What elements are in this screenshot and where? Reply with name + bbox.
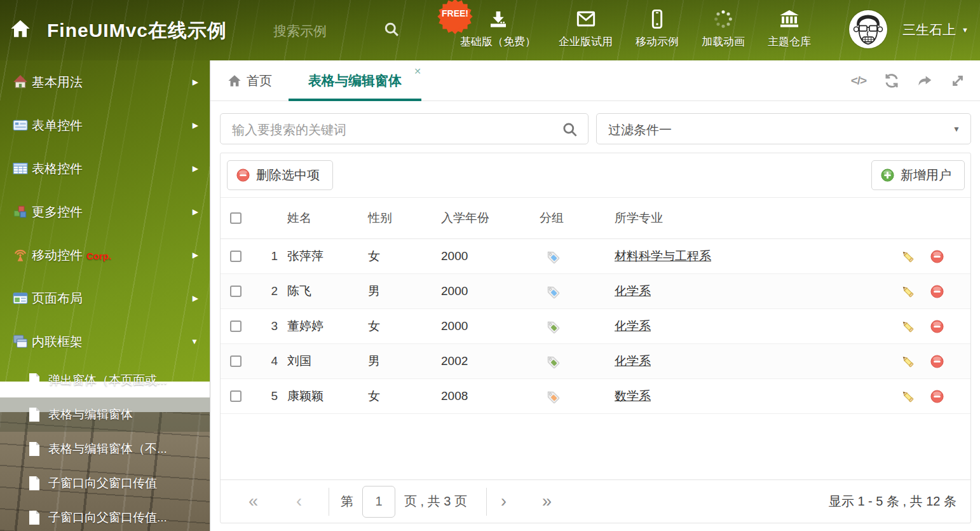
- delete-row-icon[interactable]: [930, 319, 970, 334]
- chevron-right-icon: ▶: [193, 78, 198, 86]
- cell-gender: 女: [368, 388, 441, 404]
- first-page-button[interactable]: «: [248, 493, 258, 510]
- sidebar-item-label: 内联框架: [32, 333, 83, 350]
- home-icon[interactable]: [10, 18, 31, 39]
- sidebar-item-page-layout[interactable]: 页面布局 ▶: [0, 277, 210, 320]
- sidebar-subitem-label: 子窗口向父窗口传值: [48, 475, 157, 492]
- column-header-group[interactable]: 分组: [540, 210, 615, 226]
- chevron-right-icon: ▶: [193, 294, 198, 303]
- page-suffix: 页 , 共 3 页: [404, 493, 467, 510]
- row-checkbox[interactable]: [230, 251, 242, 262]
- bank-icon: [779, 9, 800, 29]
- edit-pencil-icon[interactable]: [901, 389, 930, 404]
- nav-item-enterprise-trial[interactable]: 企业版试用: [559, 9, 613, 49]
- nav-item-basic-edition[interactable]: 基础版（免费）: [460, 9, 536, 49]
- next-page-button[interactable]: ›: [501, 493, 507, 510]
- sidebar-item-inline-frame[interactable]: 内联框架 ▼: [0, 320, 210, 363]
- sidebar-subitem-label: 表格与编辑窗体: [48, 406, 133, 423]
- page-icon: [28, 510, 41, 525]
- column-header-major[interactable]: 所学专业: [615, 210, 901, 226]
- source-code-icon[interactable]: </>: [849, 71, 868, 90]
- refresh-icon[interactable]: [882, 71, 901, 90]
- tag-icon: [545, 284, 560, 299]
- sidebar-item-grid-controls[interactable]: 表格控件 ▶: [0, 147, 210, 190]
- home-icon: [228, 74, 242, 88]
- table-row: 5 康颖颖 女 2008 数学系: [221, 379, 970, 414]
- edit-pencil-icon[interactable]: [901, 284, 930, 299]
- cubes-icon: [13, 204, 28, 219]
- tab-grid-edit-window[interactable]: 表格与编辑窗体 ✕: [289, 60, 421, 101]
- row-number: 1: [254, 249, 278, 263]
- pager-separator: [486, 488, 487, 516]
- sidebar-subitem-child-to-parent-2[interactable]: 子窗口向父窗口传值...: [0, 500, 210, 531]
- user-avatar[interactable]: [849, 10, 887, 48]
- row-checkbox[interactable]: [230, 355, 242, 367]
- row-checkbox[interactable]: [230, 390, 242, 402]
- major-link[interactable]: 数学系: [615, 389, 651, 403]
- edit-pencil-icon[interactable]: [901, 354, 930, 369]
- user-menu[interactable]: 三生石上 ▼: [902, 21, 969, 39]
- tab-home-label: 首页: [247, 72, 272, 90]
- major-link[interactable]: 材料科学与工程系: [615, 249, 711, 263]
- prev-page-button[interactable]: ‹: [296, 493, 302, 510]
- nav-item-loading-animation[interactable]: 加载动画: [702, 9, 745, 49]
- cell-year: 2008: [441, 389, 540, 403]
- sidebar-item-more-controls[interactable]: 更多控件 ▶: [0, 190, 210, 233]
- app-header: FineUIMvc在线示例 搜索示例 FREE!: [0, 0, 980, 60]
- search-icon[interactable]: [383, 20, 400, 38]
- spinner-icon: [713, 9, 733, 29]
- close-icon[interactable]: ✕: [414, 66, 421, 76]
- expand-icon[interactable]: [948, 71, 967, 90]
- nav-item-label: 企业版试用: [559, 34, 613, 49]
- filter-dropdown[interactable]: 过滤条件一 ▼: [596, 113, 971, 144]
- nav-item-theme-repo[interactable]: 主题仓库: [768, 9, 811, 49]
- delete-row-icon[interactable]: [930, 249, 970, 264]
- cell-year: 2002: [441, 354, 540, 368]
- sidebar-subitem-grid-edit-window-no[interactable]: 表格与编辑窗体（不...: [0, 432, 210, 466]
- major-link[interactable]: 化学系: [615, 284, 651, 298]
- edit-pencil-icon[interactable]: [901, 249, 930, 264]
- page-prefix: 第: [341, 493, 353, 510]
- delete-selected-button[interactable]: 删除选中项: [227, 160, 333, 190]
- page-icon: [28, 407, 41, 422]
- column-header-gender[interactable]: 性别: [368, 210, 441, 226]
- table-header-row: 姓名 性别 入学年份 分组 所学专业: [221, 198, 970, 239]
- minus-circle-icon: [236, 168, 250, 183]
- delete-row-icon[interactable]: [930, 284, 970, 299]
- sidebar-item-label: 表格控件: [32, 160, 83, 177]
- share-icon[interactable]: [915, 71, 934, 90]
- sidebar-item-mobile-controls[interactable]: 移动控件Corp. ▶: [0, 233, 210, 277]
- sidebar: 基本用法 ▶ 表单控件 ▶ 表格控件 ▶: [0, 60, 210, 531]
- keyword-search-input[interactable]: 输入要搜索的关键词: [220, 113, 589, 144]
- page-number-input[interactable]: 1: [362, 486, 395, 518]
- delete-row-icon[interactable]: [930, 389, 970, 404]
- major-link[interactable]: 化学系: [615, 319, 651, 333]
- major-link[interactable]: 化学系: [615, 354, 651, 368]
- tab-tools: </>: [849, 60, 967, 101]
- select-all-checkbox[interactable]: [230, 212, 242, 224]
- sidebar-subitem-label: 弹出窗体（本页面或...: [48, 372, 167, 389]
- sidebar-subitem-popup-window[interactable]: 弹出窗体（本页面或...: [0, 363, 210, 397]
- last-page-button[interactable]: »: [542, 493, 552, 510]
- corp-badge: Corp.: [86, 251, 111, 261]
- sidebar-subitem-grid-edit-window[interactable]: 表格与编辑窗体: [0, 397, 210, 432]
- sidebar-subitem-label: 子窗口向父窗口传值...: [48, 509, 167, 526]
- app-title[interactable]: FineUIMvc在线示例: [47, 18, 227, 44]
- row-checkbox[interactable]: [230, 286, 242, 297]
- pagination-bar: « ‹ 第 1 页 , 共 3 页 › » 显示 1 - 5 条 , 共 12 …: [221, 479, 970, 523]
- header-search-input[interactable]: 搜索示例: [273, 19, 400, 41]
- row-checkbox[interactable]: [230, 321, 242, 332]
- add-user-button[interactable]: 新增用户: [871, 160, 965, 190]
- column-header-year[interactable]: 入学年份: [441, 210, 540, 226]
- sidebar-item-form-controls[interactable]: 表单控件 ▶: [0, 104, 210, 147]
- delete-row-icon[interactable]: [930, 354, 970, 369]
- search-icon[interactable]: [561, 121, 578, 138]
- tab-home[interactable]: 首页: [228, 60, 272, 101]
- user-name: 三生石上: [902, 21, 956, 39]
- column-header-name[interactable]: 姓名: [278, 210, 368, 226]
- table-row: 1 张萍萍 女 2000 材料科学与工程系: [221, 239, 970, 274]
- sidebar-item-basic-usage[interactable]: 基本用法 ▶: [0, 60, 210, 104]
- nav-item-mobile-demo[interactable]: 移动示例: [636, 9, 679, 49]
- edit-pencil-icon[interactable]: [901, 319, 930, 334]
- sidebar-subitem-child-to-parent[interactable]: 子窗口向父窗口传值: [0, 466, 210, 500]
